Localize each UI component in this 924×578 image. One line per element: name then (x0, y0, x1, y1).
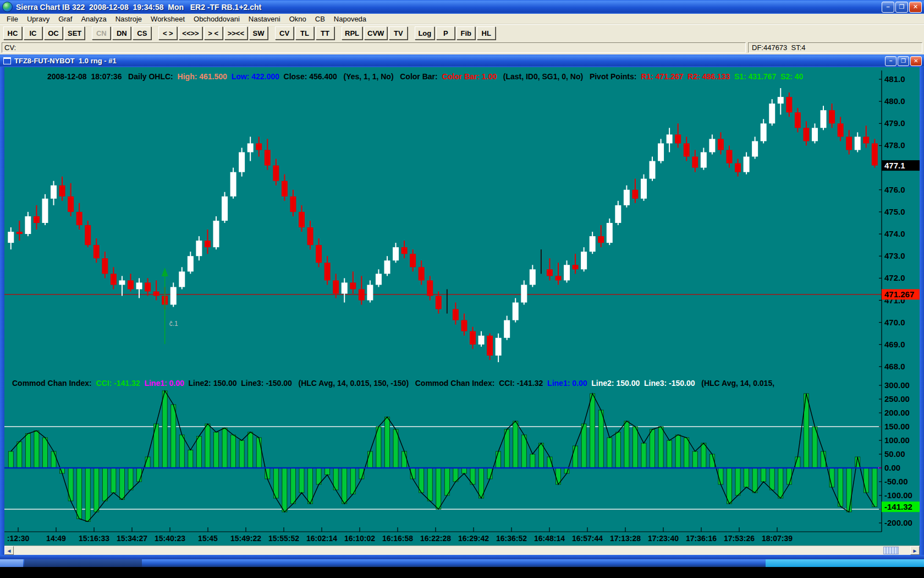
time-tick-label: 16:29:42 (458, 534, 489, 543)
time-tick-label: :12:30 (7, 534, 30, 543)
candle-body-80 (692, 157, 698, 168)
candle-body-34 (299, 212, 305, 227)
toolbar-button-g2b0[interactable]: < > (158, 26, 177, 40)
sierra-chart-globe-icon (2, 2, 13, 12)
chart-area[interactable]: č.1481.0480.0479.0478.0476.0475.0474.047… (4, 67, 920, 546)
menu-worksheet[interactable]: Worksheet (146, 14, 189, 24)
chart-minimize-button[interactable]: – (885, 56, 897, 66)
scroll-left-arrow-icon[interactable]: ◄ (4, 546, 14, 555)
toolbar-button-sw[interactable]: SW (249, 26, 268, 40)
candle-body-25 (222, 197, 228, 221)
menu-okno[interactable]: Okno (285, 14, 311, 24)
cv-input[interactable]: CV: (2, 42, 746, 53)
toolbar-button-cn[interactable]: CN (92, 26, 111, 40)
candle-body-83 (718, 139, 724, 150)
chart-canvas: č.1481.0480.0479.0478.0476.0475.0474.047… (4, 67, 920, 546)
menu-obchoddovani[interactable]: Obchoddovani (189, 14, 244, 24)
cci-bar-40 (350, 468, 355, 494)
candle-body-44 (384, 260, 390, 274)
menu-bar: FileUpravyGrafAnalyzaNastrojeWorksheetOb… (0, 14, 924, 24)
time-tick-label: 17:13:28 (610, 534, 641, 543)
toolbar-button-p[interactable]: P (436, 26, 455, 40)
candle-body-13 (119, 280, 125, 285)
app-title: Sierra Chart IB 322 2008-12-08 19:34:58 … (16, 3, 261, 12)
candle-body-22 (196, 241, 202, 256)
candle-body-90 (778, 97, 784, 103)
overlay-segment: Commod Chan Index: (12, 379, 96, 388)
candle-body-95 (821, 110, 827, 128)
minimize-button[interactable]: – (882, 2, 894, 13)
menu-upravy[interactable]: Upravy (23, 14, 54, 24)
candle-body-24 (213, 221, 219, 247)
candle-body-88 (761, 123, 767, 141)
candle-body-69 (598, 236, 604, 243)
chart-restore-button[interactable]: ❐ (898, 56, 909, 66)
price-tick-label: 468.0 (884, 362, 905, 371)
menu-nastroje[interactable]: Nastroje (111, 14, 146, 24)
toolbar-button-cs[interactable]: CS (133, 26, 151, 40)
cci-bar-23 (205, 424, 210, 468)
cci-bar-78 (675, 435, 680, 468)
toolbar-button-tv[interactable]: TV (389, 26, 408, 40)
candle-body-87 (752, 141, 758, 156)
toolbar-group-2: < ><<>>> <>><<SW (158, 26, 268, 40)
taskbar-start-area[interactable] (0, 559, 23, 567)
maximize-button[interactable]: ❐ (895, 2, 908, 13)
toolbar-button-tt[interactable]: TT (316, 26, 334, 40)
time-tick-label: 16:16:58 (382, 534, 413, 543)
candle-body-49 (427, 280, 433, 296)
scrollbar-thumb[interactable] (883, 547, 899, 554)
candle-body-5 (51, 186, 57, 199)
taskbar-button-active[interactable] (24, 559, 142, 567)
menu-graf[interactable]: Graf (54, 14, 76, 24)
chart-close-button[interactable]: ✕ (910, 56, 922, 66)
toolbar-button-cvw[interactable]: CVW (364, 26, 387, 40)
candle-body-98 (846, 137, 852, 150)
toolbar-button-tl[interactable]: TL (295, 26, 314, 40)
toolbar-button-oc[interactable]: OC (44, 26, 63, 40)
price-study-readout: 2008-12-08 18:07:36 Daily OHLC: High: 46… (47, 72, 803, 81)
toolbar-button-ic[interactable]: IC (24, 26, 42, 40)
menu-cb[interactable]: CB (311, 14, 329, 24)
candle-body-68 (590, 236, 596, 252)
command-row: CV: DF:447673 ST:4 (0, 41, 924, 54)
cci-bar-14 (128, 468, 133, 490)
candle-body-14 (128, 280, 134, 289)
candle-body-0 (8, 232, 14, 243)
taskbar-tray[interactable] (766, 559, 924, 567)
cci-bar-90 (778, 468, 783, 498)
menu-file[interactable]: File (2, 14, 23, 24)
price-tick-label: 479.0 (884, 118, 905, 128)
toolbar-button-hl[interactable]: HL (477, 26, 496, 40)
candle-body-58 (504, 320, 510, 338)
toolbar-button-dn[interactable]: DN (112, 26, 131, 40)
toolbar-button-g2b1[interactable]: <<>> (179, 26, 202, 40)
candle-body-70 (607, 223, 613, 243)
toolbar-button-g2b3[interactable]: >><< (224, 26, 248, 40)
candle-body-16 (145, 282, 151, 291)
toolbar-button-log[interactable]: Log (415, 26, 435, 40)
scroll-right-arrow-icon[interactable]: ► (910, 546, 920, 555)
toolbar-button-cv[interactable]: CV (275, 26, 294, 40)
toolbar-button-hc[interactable]: HC (3, 26, 22, 40)
toolbar-button-rpl[interactable]: RPL (342, 26, 362, 40)
cci-bar-69 (598, 410, 603, 468)
cci-bar-44 (384, 417, 389, 468)
cci-bar-57 (496, 451, 501, 468)
toolbar-button-fib[interactable]: Fib (457, 26, 475, 40)
toolbar-button-g2b2[interactable]: > < (204, 26, 223, 40)
menu-nastaveni[interactable]: Nastaveni (244, 14, 285, 24)
candle-body-74 (641, 179, 647, 199)
candle-body-8 (76, 212, 82, 225)
menu-napoveda[interactable]: Napoveda (329, 14, 371, 24)
candle-body-38 (333, 280, 339, 293)
menu-analyza[interactable]: Analyza (76, 14, 111, 24)
close-button[interactable]: ✕ (909, 2, 922, 13)
candle-body-2 (25, 216, 31, 234)
time-tick-label: 17:23:40 (648, 534, 679, 543)
toolbar-button-set[interactable]: SET (64, 26, 85, 40)
candle-body-12 (111, 274, 117, 285)
horizontal-scrollbar[interactable]: ◄ ► (4, 546, 920, 555)
cci-bar-62 (538, 443, 543, 468)
toolbar-group-5: LogPFibHL (415, 26, 496, 40)
